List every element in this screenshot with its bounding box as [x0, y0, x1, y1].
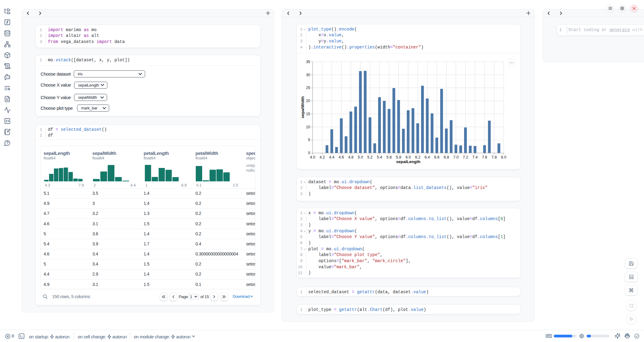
svg-text:5.6: 5.6 — [386, 155, 392, 159]
svg-text:4.8: 4.8 — [348, 155, 353, 159]
svg-text:6.0: 6.0 — [406, 155, 411, 159]
svg-text:sepalWidth: sepalWidth — [300, 96, 305, 118]
svg-text:15: 15 — [306, 112, 310, 116]
svg-text:5: 5 — [308, 138, 310, 142]
svg-text:25: 25 — [306, 86, 310, 90]
svg-text:0: 0 — [308, 151, 310, 155]
svg-text:5.8: 5.8 — [396, 155, 401, 159]
svg-text:5.4: 5.4 — [377, 155, 382, 159]
svg-text:35: 35 — [306, 60, 310, 64]
svg-text:7.8: 7.8 — [492, 155, 497, 159]
svg-text:5.2: 5.2 — [367, 155, 373, 159]
svg-text:sepalLength: sepalLength — [396, 159, 420, 164]
svg-text:4.6: 4.6 — [339, 155, 344, 159]
svg-text:6.2: 6.2 — [415, 155, 420, 159]
svg-text:7.4: 7.4 — [472, 155, 478, 159]
svg-text:10: 10 — [306, 125, 310, 129]
svg-text:4.0: 4.0 — [310, 155, 315, 159]
svg-text:8.0: 8.0 — [501, 155, 506, 159]
svg-text:4.2: 4.2 — [320, 155, 325, 159]
svg-text:6.8: 6.8 — [444, 155, 449, 159]
svg-text:7.6: 7.6 — [482, 155, 487, 159]
svg-text:7.0: 7.0 — [453, 155, 459, 159]
svg-text:6.4: 6.4 — [425, 155, 430, 159]
svg-text:6.6: 6.6 — [434, 155, 439, 159]
svg-text:7.2: 7.2 — [463, 155, 468, 159]
svg-text:4.4: 4.4 — [329, 155, 334, 159]
svg-text:30: 30 — [306, 73, 310, 77]
svg-text:5.0: 5.0 — [358, 155, 363, 159]
svg-text:20: 20 — [306, 99, 310, 103]
